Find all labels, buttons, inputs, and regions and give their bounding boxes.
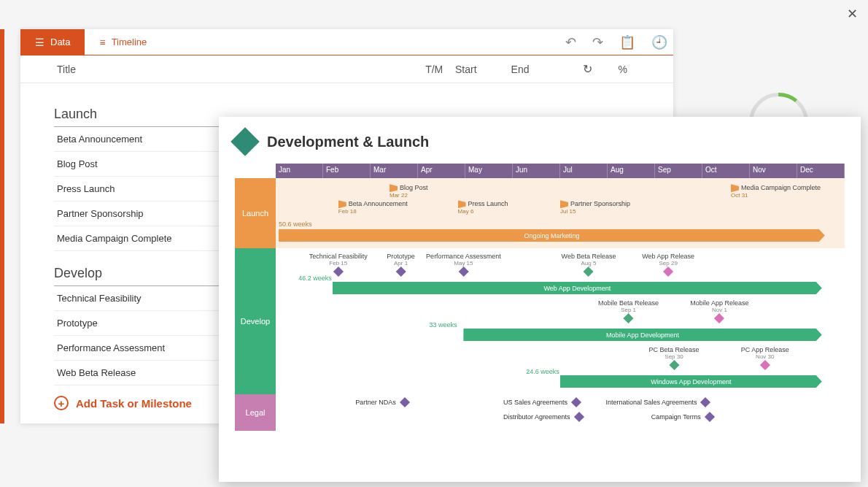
app-window: ✕ ☰ Data ≡ Timeline ↶ ↷ 📋 🕘 Title T/M St…	[0, 0, 868, 487]
milestone[interactable]: Beta AnnouncementFeb 18	[338, 200, 408, 215]
month-cell: Jul	[560, 164, 608, 178]
diamond-icon	[396, 266, 406, 277]
month-cell: Jan	[276, 164, 323, 178]
col-start: Start	[455, 64, 511, 75]
close-icon[interactable]: ✕	[847, 6, 858, 22]
lane-legal: Legal Partner NDAs US Sales Agreements I…	[235, 394, 845, 431]
milestone[interactable]: Web App ReleaseSep 29	[642, 253, 694, 275]
month-cell: Aug	[608, 164, 655, 178]
milestone[interactable]: Web Beta ReleaseAug 5	[562, 253, 616, 275]
column-headers: Title T/M Start End ↻ %	[20, 55, 673, 83]
duration-label: 46.2 weeks	[298, 275, 332, 282]
legal-milestone[interactable]: Distributor Agreements	[503, 413, 585, 421]
timeline-header: Development & Launch	[235, 131, 845, 152]
month-cell: Mar	[371, 164, 418, 178]
milestone[interactable]: Media Campaign CompleteOct 31	[731, 184, 821, 199]
milestone[interactable]: Mobile Beta ReleaseSep 1	[598, 299, 659, 322]
milestone[interactable]: Mobile App ReleaseNov 1	[690, 299, 748, 322]
tab-timeline[interactable]: ≡ Timeline	[85, 29, 161, 55]
flag-icon	[390, 184, 398, 192]
milestone[interactable]: Blog PostMar 22	[390, 184, 428, 199]
diamond-icon	[458, 266, 468, 277]
diamond-icon	[700, 397, 710, 407]
clock-icon[interactable]: 🕘	[651, 34, 667, 50]
duration-label: 24.6 weeks	[526, 368, 559, 375]
col-pct: %	[609, 64, 637, 75]
list-icon: ☰	[35, 37, 44, 48]
milestone[interactable]: Technical FeasibilityFeb 15	[309, 253, 368, 275]
milestone[interactable]: Press LaunchMay 6	[458, 200, 508, 215]
lane-body-legal: Partner NDAs US Sales Agreements Interna…	[276, 394, 845, 431]
flag-icon	[560, 200, 568, 208]
col-tm: T/M	[414, 64, 455, 75]
flag-icon	[458, 200, 466, 208]
month-cell: Oct	[702, 164, 750, 178]
legal-milestone[interactable]: International Sales Agreements	[605, 399, 711, 406]
month-bar: JanFebMarAprMayJunJulAugSepOctNovDec	[276, 164, 845, 178]
timeline-preview: Development & Launch JanFebMarAprMayJunJ…	[219, 117, 861, 482]
diamond-icon	[333, 266, 344, 277]
lane-develop: Develop Technical FeasibilityFeb 15Proto…	[235, 248, 845, 394]
col-end: End	[511, 64, 567, 75]
lane-body-develop: Technical FeasibilityFeb 15PrototypeApr …	[276, 248, 845, 394]
accent-strip	[0, 29, 4, 423]
month-cell: Feb	[323, 164, 371, 178]
lane-label-launch: Launch	[235, 178, 276, 248]
legal-milestone[interactable]: US Sales Agreements	[503, 399, 582, 406]
timeline-title: Development & Launch	[267, 134, 429, 150]
month-cell: May	[465, 164, 513, 178]
diamond-icon	[663, 266, 673, 277]
bar-marketing[interactable]: Ongoing Marketing	[279, 229, 825, 242]
duration-launch: 50.6 weeks	[279, 221, 312, 228]
milestone[interactable]: Performance AssessmentMay 15	[426, 253, 501, 275]
month-cell: Sep	[655, 164, 702, 178]
month-cell: Apr	[418, 164, 465, 178]
duration-label: 33 weeks	[430, 321, 457, 329]
col-title: Title	[57, 64, 414, 75]
diamond-icon	[400, 397, 410, 407]
diamond-icon	[624, 313, 634, 323]
logo-icon	[230, 127, 260, 156]
legal-milestone[interactable]: Partner NDAs	[355, 399, 411, 406]
diamond-icon	[705, 412, 715, 422]
diamond-icon	[571, 397, 581, 407]
milestone[interactable]: PC Beta ReleaseSep 30	[648, 346, 699, 369]
month-cell: Dec	[797, 164, 845, 178]
tabs-row: ☰ Data ≡ Timeline ↶ ↷ 📋 🕘	[20, 29, 673, 55]
milestone[interactable]: PrototypeApr 1	[387, 253, 415, 275]
flag-icon	[731, 184, 739, 192]
flag-icon	[338, 200, 346, 208]
timeline-icon: ≡	[99, 37, 105, 48]
redo-icon[interactable]: ↷	[592, 34, 603, 50]
milestone[interactable]: PC App ReleaseNov 30	[741, 346, 789, 369]
tab-data[interactable]: ☰ Data	[20, 29, 85, 55]
clipboard-icon[interactable]: 📋	[619, 34, 635, 50]
month-cell: Nov	[750, 164, 797, 178]
toolbar-icons: ↶ ↷ 📋 🕘	[565, 29, 667, 55]
lane-label-develop: Develop	[235, 248, 276, 394]
diamond-icon	[584, 266, 594, 277]
timeline-grid: JanFebMarAprMayJunJulAugSepOctNovDec Lau…	[235, 164, 845, 431]
month-cell: Jun	[513, 164, 560, 178]
dependency-icon: ↻	[567, 62, 608, 76]
plus-icon: +	[54, 396, 69, 410]
lane-launch: Launch 50.6 weeks Ongoing Marketing Beta…	[235, 178, 845, 248]
lane-label-legal: Legal	[235, 394, 276, 431]
legal-milestone[interactable]: Campaign Terms	[651, 413, 716, 421]
bar[interactable]: Mobile App Development	[463, 329, 821, 341]
undo-icon[interactable]: ↶	[565, 34, 576, 50]
add-task-label: Add Task or Milestone	[76, 397, 192, 410]
bar[interactable]: Web App Development	[333, 282, 822, 294]
milestone[interactable]: Partner SponsorshipJul 15	[560, 200, 630, 215]
diamond-icon	[714, 313, 724, 323]
tab-data-label: Data	[50, 37, 70, 47]
lane-body-launch: 50.6 weeks Ongoing Marketing Beta Announ…	[276, 178, 845, 248]
diamond-icon	[760, 360, 770, 370]
diamond-icon	[669, 360, 679, 370]
diamond-icon	[573, 412, 584, 422]
bar[interactable]: Windows App Development	[560, 375, 822, 388]
tab-timeline-label: Timeline	[112, 37, 147, 47]
